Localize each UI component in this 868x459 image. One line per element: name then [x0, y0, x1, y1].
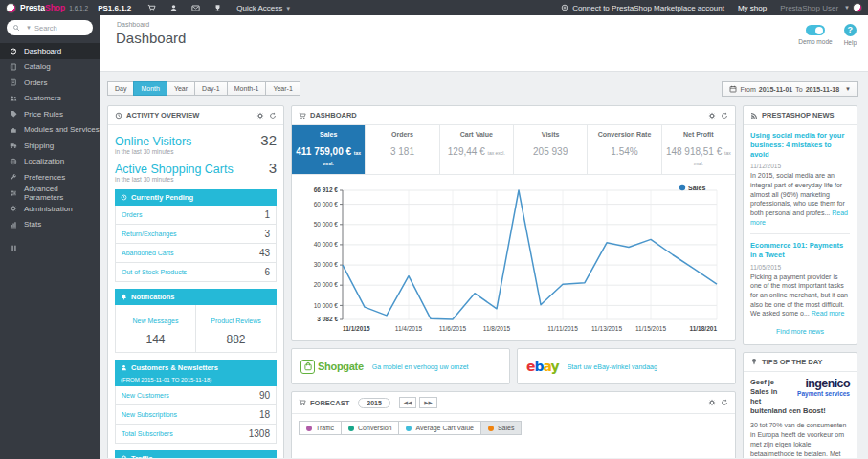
sidebar-item-catalog[interactable]: Catalog: [0, 59, 100, 76]
help-icon[interactable]: ?: [844, 24, 857, 36]
gear-icon[interactable]: [708, 112, 716, 120]
table-row: New Customers90: [116, 386, 276, 405]
out-of-stock-link[interactable]: Out of Stock Products: [122, 269, 187, 275]
forecast-prev-button[interactable]: ◀◀: [399, 397, 416, 408]
refresh-icon[interactable]: [269, 112, 277, 120]
sidebar-item-dashboard[interactable]: Dashboard: [0, 43, 100, 59]
cog-icon: [10, 205, 17, 212]
shopgate-promo-link[interactable]: Ga mobiel en verhoog uw omzet: [372, 363, 469, 370]
range-year-button[interactable]: Year: [167, 81, 195, 96]
brand-text-accent: Shop: [45, 3, 65, 12]
pending-returns-link[interactable]: Return/Exchanges: [122, 230, 177, 237]
news-article-title[interactable]: Using social media for your business: 4 …: [750, 131, 850, 159]
wrench-icon: [10, 173, 17, 181]
new-subscriptions-link[interactable]: New Subscriptions: [122, 411, 177, 418]
active-carts-link[interactable]: Active Shopping Carts: [115, 163, 234, 176]
svg-text:11/13/2015: 11/13/2015: [591, 325, 622, 332]
sidebar-item-stats[interactable]: Stats: [0, 217, 100, 233]
messages-icon[interactable]: [191, 4, 200, 12]
svg-text:11/8/2015: 11/8/2015: [483, 325, 511, 332]
gear-icon[interactable]: [708, 399, 716, 406]
kpi-cart-value[interactable]: Cart Value129,44 € tax excl.: [440, 125, 514, 174]
legend-sales-button[interactable]: Sales: [480, 421, 523, 435]
cart-icon: [299, 112, 306, 120]
kpi-sales[interactable]: Sales411 759,00 € tax excl.: [292, 125, 366, 174]
svg-text:60 000 €: 60 000 €: [314, 201, 339, 208]
chevron-down-icon: ▼: [844, 5, 850, 11]
chevron-down-icon: ▼: [285, 6, 291, 11]
trophy-icon[interactable]: [213, 4, 222, 12]
refresh-icon[interactable]: [721, 112, 728, 120]
sidebar-item-shipping[interactable]: Shipping: [0, 138, 100, 154]
date-range-picker[interactable]: From 2015-11-01 To 2015-11-18 ▼: [722, 81, 858, 97]
kpi-net-profit[interactable]: Net Profit148 918,51 € tax excl.: [662, 125, 735, 174]
range-day-button[interactable]: Day: [107, 81, 134, 96]
book-icon: [10, 63, 17, 71]
table-row: New Subscriptions18: [116, 405, 276, 425]
range-day-1-button[interactable]: Day-1: [194, 81, 228, 96]
demo-mode-toggle[interactable]: [806, 25, 825, 35]
sidebar-search-input[interactable]: ▼ Search: [7, 20, 93, 35]
new-customers-link[interactable]: New Customers: [122, 392, 169, 399]
ps-version: PS1.6.1.2: [98, 4, 131, 12]
table-row: Total Subscribers1308: [116, 425, 276, 443]
page-title: Dashboard: [100, 28, 868, 46]
pending-rows: Orders1 Return/Exchanges3 Abandoned Cart…: [115, 206, 277, 282]
help-control: ? Help: [844, 23, 857, 46]
sidebar-item-localization[interactable]: Localization: [0, 154, 100, 170]
panel-title: FORECAST: [310, 399, 349, 407]
find-more-news-link[interactable]: Find more news: [750, 328, 850, 335]
gear-icon[interactable]: [256, 112, 264, 120]
date-to: 2015-11-18: [806, 86, 839, 93]
prestashop-logo[interactable]: PrestaShop 1.6.1.2: [0, 3, 94, 13]
sidebar-collapse-icon[interactable]: [10, 244, 18, 252]
refresh-icon[interactable]: [721, 399, 728, 406]
svg-text:10 000 €: 10 000 €: [314, 302, 339, 309]
customer-icon[interactable]: [169, 4, 178, 12]
brand-version: 1.6.1.2: [69, 5, 88, 11]
marketplace-connect-link[interactable]: Connect to PrestaShop Marketplace accoun…: [561, 4, 724, 12]
kpi-orders[interactable]: Orders3 181: [366, 125, 439, 174]
sidebar-item-administration[interactable]: Administration: [0, 201, 100, 217]
sidebar-item-customers[interactable]: Customers: [0, 91, 100, 107]
shopgate-promo-card: Shopgate Ga mobiel en verhoog uw omzet: [291, 348, 510, 384]
legend-average-cart-value-button[interactable]: Average Cart Value: [398, 421, 480, 435]
product-reviews-link[interactable]: Product Reviews: [211, 317, 261, 324]
help-label: Help: [844, 39, 857, 46]
kpi-conversion-rate[interactable]: Conversion Rate1.54%: [588, 125, 661, 174]
legend-traffic-button[interactable]: Traffic: [299, 421, 342, 435]
forecast-next-button[interactable]: ▶▶: [419, 397, 436, 408]
read-more-link[interactable]: Read more: [812, 310, 845, 317]
range-year-1-button[interactable]: Year-1: [265, 81, 300, 96]
total-subscribers-link[interactable]: Total Subscribers: [122, 430, 173, 437]
abandoned-carts-link[interactable]: Abandoned Carts: [122, 250, 173, 256]
sliders-icon: [10, 189, 17, 197]
news-article-title[interactable]: Ecommerce 101: Payments in a Tweet: [750, 241, 850, 260]
sidebar-item-preferences[interactable]: Preferences: [0, 169, 100, 186]
sidebar: ▼ Search Dashboard Catalog Orders Custom…: [0, 15, 100, 459]
pending-orders-link[interactable]: Orders: [122, 211, 142, 218]
ingenico-logo: ingenico Payment services: [792, 378, 850, 398]
sidebar-item-price-rules[interactable]: Price Rules: [0, 106, 100, 122]
online-visitors-link[interactable]: Online Visitors: [115, 135, 191, 148]
panel-title: ACTIVITY OVERVIEW: [126, 111, 199, 120]
ebay-promo-link[interactable]: Start uw eBay-winkel vandaag: [568, 363, 657, 370]
new-messages-link[interactable]: New Messages: [133, 317, 179, 324]
notifications-header: Notifications: [115, 289, 277, 305]
quick-access-menu[interactable]: Quick Access▼: [236, 4, 291, 12]
bar-chart-icon: [10, 221, 17, 229]
my-shop-link[interactable]: My shop: [738, 4, 767, 12]
sidebar-item-modules[interactable]: Modules and Services: [0, 122, 100, 139]
range-month-button[interactable]: Month: [133, 81, 167, 96]
legend-conversion-button[interactable]: Conversion: [341, 421, 399, 435]
sidebar-item-orders[interactable]: Orders: [0, 75, 100, 91]
clipboard-icon: [10, 78, 17, 86]
brand-text: Presta: [20, 3, 45, 12]
sidebar-item-advanced-parameters[interactable]: Advanced Parameters: [0, 186, 100, 202]
kpi-visits[interactable]: Visits205 939: [514, 125, 588, 174]
range-month-1-button[interactable]: Month-1: [227, 81, 267, 96]
cart-icon[interactable]: [147, 4, 156, 12]
panel-title: TIPS OF THE DAY: [762, 358, 822, 366]
user-menu[interactable]: PrestaShop User ▼: [780, 3, 862, 12]
clock-icon: [115, 112, 122, 120]
